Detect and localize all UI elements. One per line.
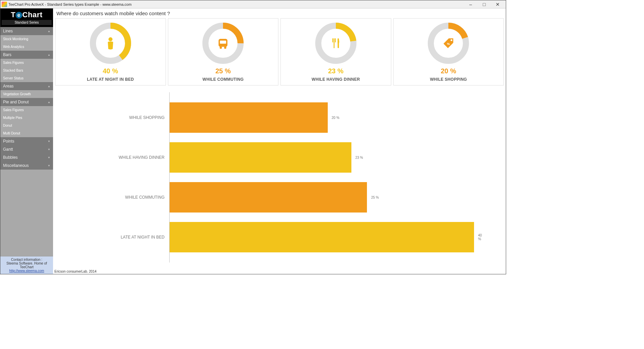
donut-percent: 40 % — [103, 67, 118, 75]
sidebar-section-points[interactable]: Points▼ — [0, 137, 53, 145]
sidebar-item-web-analytics[interactable]: Web Analytics — [0, 43, 53, 51]
main-panel: Where do customers watch mobile video co… — [53, 8, 506, 274]
svg-rect-12 — [332, 39, 333, 43]
bar-value-label: 25 % — [371, 196, 379, 199]
contact-line2: Steema Software. Home of TeeChart — [2, 261, 52, 269]
bar-value-label: 20 % — [332, 116, 340, 120]
minimize-button[interactable]: – — [464, 1, 477, 8]
svg-rect-13 — [335, 39, 336, 43]
donut-ring — [314, 21, 358, 65]
svg-point-7 — [220, 47, 222, 49]
contact-panel: Contact information : Steema Software. H… — [0, 256, 53, 274]
maximize-button[interactable]: □ — [477, 1, 491, 8]
sidebar-item-donut[interactable]: Donut — [0, 122, 53, 129]
donut-card-person: 40 % LATE AT NIGHT IN BED — [55, 18, 166, 85]
logo: TeChart Standard Series — [0, 8, 53, 27]
donut-percent: 25 % — [215, 67, 231, 75]
svg-point-8 — [224, 47, 227, 49]
person-icon — [89, 21, 132, 65]
bar-row: 23 % — [170, 142, 486, 173]
bar-value-label: 40 % — [478, 233, 486, 241]
sidebar-section-areas[interactable]: Areas▲ — [0, 82, 53, 90]
svg-rect-11 — [333, 39, 335, 48]
sidebar-item-sales-figures[interactable]: Sales Figures — [0, 59, 53, 67]
svg-rect-6 — [220, 41, 226, 44]
chart-source: Ericson consumerLab. 2014 — [54, 270, 97, 273]
window-title: TeeChart Pro ActiveX - Standard Series t… — [8, 2, 464, 6]
donut-caption: LATE AT NIGHT IN BED — [87, 77, 134, 82]
donut-ring — [89, 21, 132, 65]
sidebar-item-server-status[interactable]: Server Status — [0, 74, 53, 82]
chart-title: Where do customers watch mobile video co… — [53, 8, 506, 18]
donut-caption: WHILE SHOPPING — [430, 77, 467, 82]
bar-category-label: WHILE COMMUTING — [60, 182, 168, 213]
sidebar-section-miscellaneous[interactable]: Miscellaneous▼ — [0, 161, 53, 170]
contact-line1: Contact information : — [2, 258, 52, 261]
donut-ring: % — [426, 21, 470, 65]
svg-text:%: % — [447, 42, 450, 46]
bar-category-label: WHILE HAVING DINNER — [60, 142, 168, 173]
sidebar-item-sales-figures[interactable]: Sales Figures — [0, 106, 53, 114]
bar — [170, 222, 474, 252]
bar-chart: WHILE SHOPPINGWHILE HAVING DINNERWHILE C… — [53, 88, 506, 274]
sidebar-item-stock-monitoring[interactable]: Stock Monitoring — [0, 35, 53, 43]
bar-row: 40 % — [170, 222, 486, 252]
donut-card-tag: % 20 % WHILE SHOPPING — [393, 18, 504, 85]
app-icon — [2, 2, 7, 7]
bar — [170, 102, 328, 133]
bus-icon — [201, 21, 245, 65]
sidebar-item-multiple-pies[interactable]: Multiple Pies — [0, 114, 53, 122]
bar-value-label: 23 % — [355, 156, 363, 159]
donut-card-bus: 25 % WHILE COMMUTING — [168, 18, 279, 85]
sidebar-item-stacked-bars[interactable]: Stacked Bars — [0, 67, 53, 74]
bar-category-label: WHILE SHOPPING — [60, 102, 168, 133]
sidebar-item-vegetation-growth[interactable]: Vegetation Growth — [0, 90, 53, 98]
close-button[interactable]: ✕ — [491, 1, 504, 8]
bar — [170, 142, 351, 173]
donut-cards-row: 40 % LATE AT NIGHT IN BED 25 % WHILE COM… — [53, 18, 506, 88]
sidebar-section-lines[interactable]: Lines▲ — [0, 27, 53, 35]
bar-category-label: LATE AT NIGHT IN BED — [60, 222, 168, 252]
bar-row: 25 % — [170, 182, 486, 213]
titlebar[interactable]: TeeChart Pro ActiveX - Standard Series t… — [0, 0, 506, 8]
sidebar-section-pie-and-donut[interactable]: Pie and Donut▲ — [0, 98, 53, 106]
sidebar: TeChart Standard Series Lines▲Stock Moni… — [0, 8, 53, 274]
tag-icon: % — [426, 21, 470, 65]
donut-ring — [201, 21, 245, 65]
donut-percent: 23 % — [328, 67, 344, 75]
sidebar-section-bars[interactable]: Bars▲ — [0, 51, 53, 59]
contact-link[interactable]: http://www.steema.com — [9, 269, 44, 273]
sidebar-section-gantt[interactable]: Gantt▼ — [0, 145, 53, 153]
app-window: TeeChart Pro ActiveX - Standard Series t… — [0, 0, 506, 274]
donut-card-dinner: 23 % WHILE HAVING DINNER — [280, 18, 391, 85]
donut-percent: 20 % — [441, 67, 456, 75]
donut-caption: WHILE HAVING DINNER — [312, 77, 360, 82]
sidebar-item-multi-donut[interactable]: Multi Donut — [0, 129, 53, 137]
bar — [170, 182, 367, 213]
donut-caption: WHILE COMMUTING — [202, 77, 244, 82]
logo-subtitle: Standard Series — [2, 20, 52, 25]
svg-point-17 — [451, 39, 452, 41]
svg-point-2 — [108, 37, 113, 41]
sidebar-section-bubbles[interactable]: Bubbles▼ — [0, 153, 53, 161]
bar-row: 20 % — [170, 102, 486, 133]
dinner-icon — [314, 21, 358, 65]
